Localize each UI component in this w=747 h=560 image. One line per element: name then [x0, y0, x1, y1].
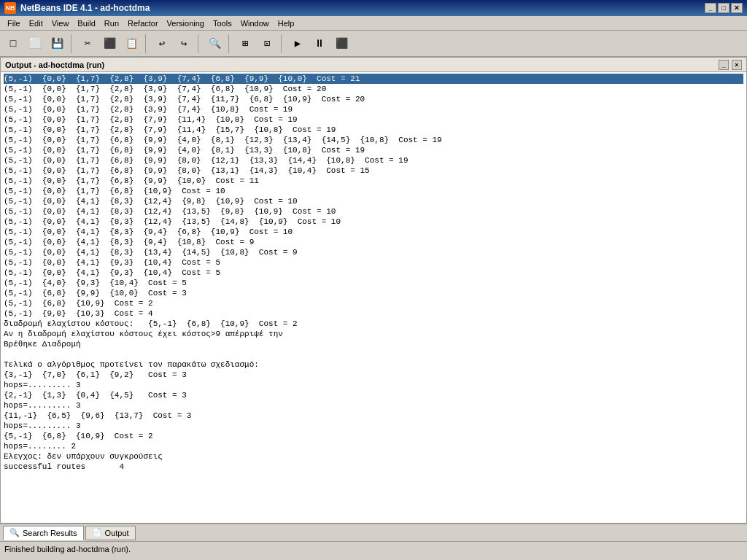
menu-item-refactor[interactable]: Refactor [123, 18, 163, 29]
output-line: (5,-1) {0,0} {4,1} {8,3} {9,4} {6,8} {10… [4, 228, 293, 236]
output-panel-title: Output - ad-hoctdma (run) [5, 61, 104, 69]
output-line: (5,-1) {0,0} {1,7} {6,8} {10,9} Cost = 1… [4, 187, 225, 195]
output-line: (5,-1) {0,0} {1,7} {6,8} {9,9} {4,0} {8,… [4, 146, 365, 155]
output-controls[interactable]: _ × [719, 60, 742, 70]
output-line: (5,-1) {4,0} {9,3} {10,4} Cost = 5 [4, 279, 187, 287]
tab-label: Search Results [23, 529, 77, 537]
output-line: διαδρομή ελαχίστου κόστους: {5,-1} {6,8}… [4, 319, 298, 328]
output-line: (5,-1) {0,0} {4,1} {8,3} {12,4} {13,5} {… [4, 207, 336, 216]
menu-item-help[interactable]: Help [274, 18, 299, 29]
compile-button[interactable]: ⊞ [235, 34, 255, 53]
output-line: (5,-1) {0,0} {1,7} {2,8} {3,9} {7,4} {10… [4, 105, 293, 114]
output-line: {3,-1} {7,0} {6,1} {9,2} Cost = 3 [4, 370, 187, 379]
output-line: {11,-1} {6,5} {9,6} {13,7} Cost = 3 [4, 411, 191, 420]
minimize-button[interactable]: _ [705, 3, 716, 13]
output-content[interactable]: (5,-1) {0,0} {1,7} {2,8} {3,9} {7,4} {6,… [0, 71, 747, 524]
output-line: (5,-1) {0,0} {4,1} {9,3} {10,4} Cost = 5 [4, 268, 220, 277]
output-line: (5,-1) {0,0} {4,1} {8,3} {13,4} {14,5} {… [4, 248, 298, 257]
redo-button[interactable]: ↪ [174, 34, 194, 53]
output-line: hops=........ 2 [4, 442, 76, 451]
output-line: (5,-1) {0,0} {4,1} {8,3} {9,4} {10,8} Co… [4, 238, 254, 246]
output-close-button[interactable]: × [732, 60, 742, 70]
toolbar-separator [281, 34, 284, 53]
menu-item-run[interactable]: Run [100, 18, 123, 29]
status-bar: Finished building ad-hoctdma (run). [0, 541, 747, 556]
output-line: hops=......... 3 [4, 401, 81, 410]
output-line: (5,-1) {0,0} {4,1} {9,3} {10,4} Cost = 5 [4, 258, 220, 267]
menu-item-file[interactable]: File [3, 18, 25, 29]
output-line: (5,-1) {0,0} {1,7} {6,8} {9,9} {8,0} {13… [4, 166, 370, 175]
tab-label: Output [105, 529, 129, 537]
output-line: (5,-1) {0,0} {4,1} {8,3} {12,4} {9,8} {1… [4, 197, 298, 206]
toolbar-separator [228, 34, 231, 53]
build-button[interactable]: ⊡ [257, 34, 277, 53]
output-line: (5,-1) {0,0} {1,7} {6,8} {9,9} {10,0} Co… [4, 176, 259, 185]
menu-item-build[interactable]: Build [73, 18, 99, 29]
output-line: (5,-1) {6,8} {10,9} Cost = 2 [4, 299, 153, 308]
output-line: (5,-1) {0,0} {1,7} {2,8} {3,9} {7,4} {6,… [4, 85, 326, 93]
copy-button[interactable]: ⬛ [99, 34, 120, 53]
toolbar-separator [145, 34, 148, 53]
paste-button[interactable]: 📋 [121, 34, 142, 53]
output-line: (5,-1) {9,0} {10,3} Cost = 4 [4, 309, 153, 318]
output-line: (5,-1) {0,0} {4,1} {8,3} {12,4} {13,5} {… [4, 217, 341, 226]
title-bar: NB NetBeans IDE 4.1 - ad-hoctdma _ □ ✕ [0, 0, 747, 16]
tab-search-results[interactable]: 🔍Search Results [3, 526, 84, 540]
menu-item-edit[interactable]: Edit [25, 18, 47, 29]
tab-output[interactable]: 📄Output [85, 526, 136, 540]
menu-item-view[interactable]: View [47, 18, 74, 29]
stop-button[interactable]: ⬛ [331, 34, 352, 53]
title-bar-left: NB NetBeans IDE 4.1 - ad-hoctdma [4, 2, 150, 14]
menu-item-versioning[interactable]: Versioning [163, 18, 209, 29]
close-button[interactable]: ✕ [731, 3, 743, 13]
output-line: (5,-1) {0,0} {1,7} {2,8} {3,9} {7,4} {11… [4, 95, 365, 104]
output-line: successful routes 4 [4, 462, 124, 471]
save-button[interactable]: 💾 [47, 34, 67, 53]
output-line: hops=......... 3 [4, 421, 81, 430]
output-line: {2,-1} {1,3} {0,4} {4,5} Cost = 3 [4, 391, 187, 400]
output-line: (5,-1) {0,0} {1,7} {6,8} {9,9} {4,0} {8,… [4, 136, 442, 144]
menu-item-tools[interactable]: Tools [209, 18, 236, 29]
output-line: Αν η διαδρομή ελαχίστου κόστους έχει κόσ… [4, 330, 283, 338]
output-line-highlighted: (5,-1) {0,0} {1,7} {2,8} {3,9} {7,4} {6,… [4, 74, 743, 84]
new-file-button[interactable]: □ [3, 34, 23, 53]
tab-icon: 📄 [92, 528, 102, 537]
title-text: NetBeans IDE 4.1 - ad-hoctdma [20, 3, 150, 13]
search-button[interactable]: 🔍 [204, 34, 225, 53]
output-line: Ελεγχος: δεν υπάρχουν συγκρούσεις [4, 452, 163, 461]
output-line: hops=......... 3 [4, 381, 81, 389]
run-button[interactable]: ▶ [287, 34, 308, 53]
menu-bar: FileEditViewBuildRunRefactorVersioningTo… [0, 16, 747, 31]
output-line: Τελικά ο αλγόριθμος προτείνει τον παρακά… [4, 360, 259, 369]
toolbar-separator [71, 34, 74, 53]
output-line: {5,-1} {6,8} {10,9} Cost = 2 [4, 432, 153, 440]
output-text: (5,-1) {0,0} {1,7} {2,8} {3,9} {7,4} {6,… [1, 72, 746, 473]
output-line: Βρέθηκε Διαδρομή [4, 340, 81, 349]
toolbar: □⬜💾✂⬛📋↩↪🔍⊞⊡▶⏸⬛ [0, 31, 747, 57]
debug-button[interactable]: ⏸ [309, 34, 330, 53]
maximize-button[interactable]: □ [718, 3, 729, 13]
app-icon: NB [4, 2, 16, 14]
output-minimize-button[interactable]: _ [719, 60, 729, 70]
output-line: (5,-1) {0,0} {1,7} {6,8} {9,9} {8,0} {12… [4, 156, 409, 165]
cut-button[interactable]: ✂ [77, 34, 98, 53]
output-line: (5,-1) {0,0} {1,7} {2,8} {7,9} {11,4} {1… [4, 115, 298, 124]
output-panel-header: Output - ad-hoctdma (run) _ × [0, 57, 747, 71]
output-line: (5,-1) {0,0} {1,7} {2,8} {7,9} {11,4} {1… [4, 125, 336, 134]
window-controls[interactable]: _ □ ✕ [705, 3, 743, 13]
status-text: Finished building ad-hoctdma (run). [4, 545, 131, 553]
bottom-tabs: 🔍Search Results📄Output [0, 524, 747, 541]
toolbar-separator [198, 34, 201, 53]
menu-item-window[interactable]: Window [236, 18, 274, 29]
undo-button[interactable]: ↩ [152, 34, 172, 53]
output-line: (5,-1) {6,8} {9,9} {10,0} Cost = 3 [4, 289, 187, 298]
open-file-button[interactable]: ⬜ [25, 34, 45, 53]
tab-icon: 🔍 [9, 528, 20, 537]
